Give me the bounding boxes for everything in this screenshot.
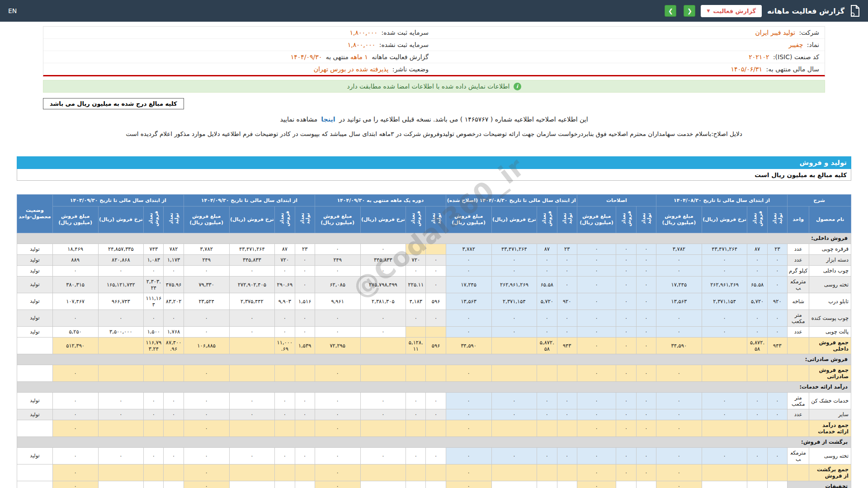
value-cell: ۰ [144, 265, 164, 276]
value-cell: ۰ [360, 326, 406, 337]
chevron-left-icon: ❯ [668, 8, 673, 14]
value-cell: ۰ [275, 447, 295, 464]
value-cell [767, 481, 787, 488]
status-cell [17, 420, 53, 436]
value-cell: ۰ [426, 392, 446, 409]
value-cell: ۰ [767, 265, 787, 276]
prev-report-button[interactable]: ❮ [684, 5, 695, 17]
value-cell: ۰ [315, 326, 360, 337]
section-title: تولید و فروش [800, 159, 847, 167]
value-cell: ۲۳ [767, 244, 787, 254]
info-label: وضعیت ناشر: [392, 66, 429, 73]
value-cell: ۰ [702, 326, 747, 337]
value-cell: ۰ [406, 447, 426, 464]
value-cell: ۱,۱۷۳ [164, 254, 184, 265]
value-cell: ۰ [446, 254, 491, 265]
value-cell: ۰ [98, 409, 144, 420]
value-cell: ۰ [406, 310, 426, 326]
value-cell: ۰ [446, 481, 491, 488]
value-cell [491, 337, 537, 354]
value-cell: ۰ [406, 409, 426, 420]
value-cell: ۵,۸۷۲.۵۸ [747, 337, 767, 354]
value-cell [636, 481, 656, 488]
value-cell [144, 420, 164, 436]
value-cell: ۰ [184, 365, 229, 381]
value-cell: ۰ [557, 265, 577, 276]
status-cell [17, 464, 53, 481]
value-cell [406, 420, 426, 436]
value-cell: ۰ [144, 310, 164, 326]
language-toggle[interactable]: EN [8, 7, 17, 14]
value-cell: ۰ [295, 326, 315, 337]
report-type-dropdown[interactable]: گزارش فعالیت ▼ [701, 5, 762, 17]
value-cell: ۰ [52, 481, 98, 488]
value-cell: ۰ [616, 464, 636, 481]
value-cell: ۰ [557, 447, 577, 464]
sub-column-header: نرخ فروش (ریال) [229, 206, 275, 233]
value-cell [98, 481, 144, 488]
value-cell: ۰ [446, 365, 491, 381]
previous-version-link[interactable]: اینجا [321, 116, 335, 123]
value-cell: ۰ [616, 420, 636, 436]
sub-column-header: تعداد فروش [537, 206, 557, 233]
value-cell: ۰ [184, 464, 229, 481]
value-cell: ۰ [275, 310, 295, 326]
unit-cell: شاخه [788, 293, 809, 310]
value-cell: ۰ [426, 310, 446, 326]
value-cell [164, 420, 184, 436]
value-cell: ۰ [577, 392, 616, 409]
value-cell: ۰ [767, 326, 787, 337]
product-row: تابلو دربشاخه۹۲۰۵,۷۲۰۲,۳۷۱,۱۵۴۱۳,۵۶۳۰۰۰۹… [17, 293, 851, 310]
value-cell: ۰ [52, 447, 98, 464]
page-title: گزارش فعالیت ماهانه [767, 7, 844, 15]
value-cell: ۰ [616, 244, 636, 254]
value-cell: ۰ [229, 326, 275, 337]
value-cell: ۰ [767, 254, 787, 265]
value-cell [275, 481, 295, 488]
sub-column-header: مبلغ فروش (میلیون ریال) [577, 206, 616, 233]
product-row: تخته روسیمترمکعب۰۶۵.۵۸۲۶۲,۹۶۱,۲۶۹۱۷,۲۴۵۰… [17, 276, 851, 293]
value-cell: ۹۴۳ [767, 337, 787, 354]
value-cell: ۱۱,۰۰۰.۶۹ [275, 337, 295, 354]
sub-column-header: تعداد تولید [636, 206, 656, 233]
sub-column-header: تعداد فروش [747, 206, 767, 233]
value-cell: ۰ [52, 392, 98, 409]
value-cell: ۰ [229, 409, 275, 420]
value-cell [491, 464, 537, 481]
value-cell: ۰ [636, 276, 656, 293]
value-cell: ۱۸,۴۶۹ [52, 244, 98, 254]
value-cell: ۰ [537, 326, 557, 337]
next-report-button[interactable]: ❯ [665, 5, 676, 17]
value-cell: ۰ [360, 392, 406, 409]
value-cell: ۰ [315, 409, 360, 420]
unit-cell: مترمکعب [788, 276, 809, 293]
value-cell [537, 365, 557, 381]
info-label: شرکت: [799, 29, 819, 36]
description-group-header: شرح [788, 195, 851, 206]
value-cell: ۹,۹۶۱ [315, 293, 360, 310]
value-cell: ۰ [537, 254, 557, 265]
value-cell [164, 481, 184, 488]
value-cell: ۰ [52, 409, 98, 420]
value-cell [616, 481, 636, 488]
status-cell: تولید [17, 409, 53, 420]
value-cell: ۰ [52, 310, 98, 326]
value-cell: ۰ [636, 464, 656, 481]
value-cell: ۰ [537, 265, 557, 276]
value-cell: ۲۶۲,۹۶۱,۲۶۹ [491, 276, 537, 293]
company-name-value: تولید فیبر ایران [755, 29, 795, 36]
total-row: تخفیفات۰۰۰۰۰۰ [17, 481, 851, 488]
total-row: جمع فروش داخلی۹۴۳۵,۸۷۲.۵۸۳۴,۵۹۰۰۰۰۹۴۳۵,۸… [17, 337, 851, 354]
issuer-status-value: پذیرفته شده در بورس تهران [314, 66, 389, 73]
value-cell: ۰ [52, 365, 98, 381]
value-cell: ۰ [229, 310, 275, 326]
value-cell: ۰ [406, 392, 426, 409]
value-cell: ۰ [577, 276, 616, 293]
value-cell: ۰ [616, 310, 636, 326]
value-cell: ۰ [636, 244, 656, 254]
value-cell: ۰ [426, 265, 446, 276]
value-cell [229, 464, 275, 481]
value-cell: ۰ [52, 420, 98, 436]
period-group-header: از ابتدای سال مالی تا تاریخ ۱۴۰۴/۰۸/۳۰ [656, 195, 788, 206]
value-cell [295, 464, 315, 481]
